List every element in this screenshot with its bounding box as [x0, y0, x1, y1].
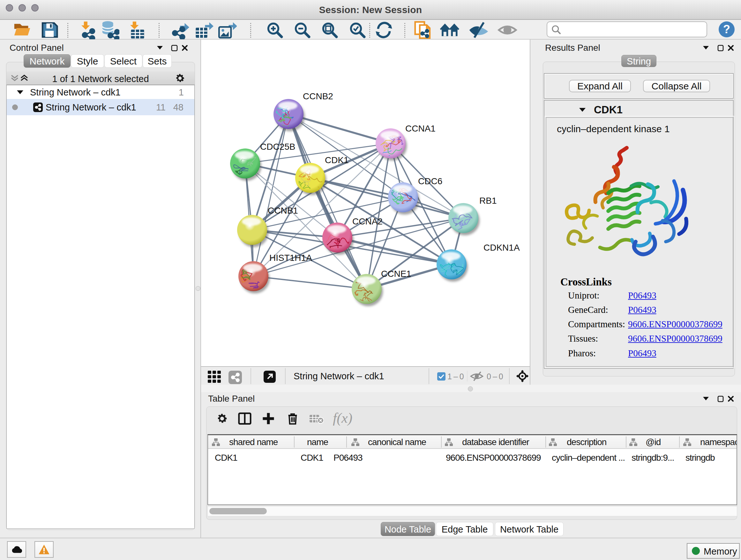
svg-text:CCNA1: CCNA1: [405, 124, 435, 133]
svg-text:RB1: RB1: [479, 196, 496, 206]
svg-text:CDC25B: CDC25B: [260, 142, 295, 152]
svg-text:CCNB1: CCNB1: [268, 206, 298, 215]
svg-text:CCNA2: CCNA2: [352, 216, 383, 226]
svg-text:CDK1: CDK1: [325, 155, 349, 165]
svg-text:CCNB2: CCNB2: [303, 91, 333, 101]
svg-text:CDC6: CDC6: [418, 176, 442, 186]
svg-text:CCNE1: CCNE1: [381, 269, 411, 279]
svg-text:CDKN1A: CDKN1A: [483, 243, 520, 253]
svg-text:HIST1H1A: HIST1H1A: [269, 253, 312, 263]
